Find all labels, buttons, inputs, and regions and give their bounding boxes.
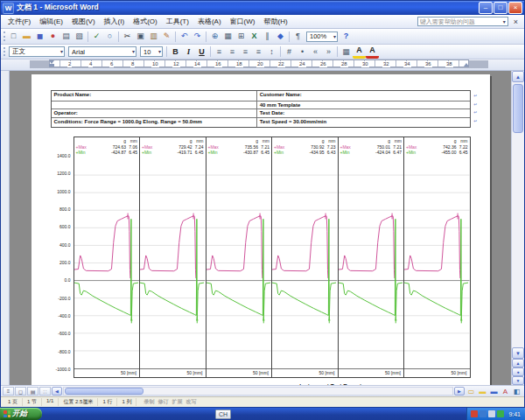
align-center-icon[interactable]: ≡ <box>226 46 239 58</box>
menu-format[interactable]: 格式(O) <box>129 16 162 27</box>
next-page-button[interactable]: ▼ <box>512 376 524 385</box>
status-toggle[interactable]: 改写 <box>186 398 196 406</box>
open-folder-icon[interactable]: ▬ <box>20 31 33 42</box>
new-document-icon[interactable]: □ <box>7 31 20 42</box>
document-close-button[interactable]: × <box>510 18 522 26</box>
cut-icon[interactable]: ✂ <box>121 31 134 42</box>
permission-icon[interactable]: ● <box>46 31 60 42</box>
insert-table-icon[interactable]: ⊞ <box>234 31 248 42</box>
italic-icon[interactable]: I <box>182 46 195 58</box>
insert-excel-icon[interactable]: X <box>248 31 261 42</box>
status-toggle[interactable]: 扩展 <box>172 398 182 406</box>
scroll-thumb[interactable] <box>513 84 523 133</box>
language-bar-button[interactable]: CH <box>215 410 231 419</box>
minimize-button[interactable]: – <box>479 2 493 14</box>
research-icon[interactable]: ○ <box>103 31 116 42</box>
zoom-combo[interactable]: 100%▾ <box>306 32 338 42</box>
print-icon[interactable]: ▤ <box>60 31 73 42</box>
document-area[interactable]: Product Name: Customer Name: 40 mm Templ… <box>10 71 511 385</box>
menu-insert[interactable]: 插入(I) <box>100 16 130 27</box>
menu-tools[interactable]: 工具(T) <box>162 16 193 27</box>
menu-edit[interactable]: 编辑(E) <box>35 16 67 27</box>
vertical-ruler[interactable] <box>1 71 10 385</box>
help-question-box[interactable]: 键入需要帮助的问题 ▾ <box>417 17 508 26</box>
maximize-button[interactable]: □ <box>494 2 508 14</box>
close-button[interactable]: × <box>508 2 522 14</box>
print-preview-icon[interactable]: ▧ <box>73 31 86 42</box>
increase-indent-icon[interactable]: » <box>322 46 335 58</box>
columns-icon[interactable]: ∥ <box>261 31 274 42</box>
menu-window[interactable]: 窗口(W) <box>226 16 260 27</box>
underline-icon[interactable]: U <box>195 46 208 58</box>
tables-borders-icon[interactable]: ▦ <box>221 31 234 42</box>
scroll-track[interactable] <box>512 82 524 347</box>
previous-page-button[interactable]: ▲ <box>512 359 524 368</box>
help-icon[interactable]: ? <box>340 31 353 42</box>
borders-icon[interactable]: ▦ <box>340 46 353 58</box>
horizontal-scroll-thumb[interactable] <box>65 388 144 395</box>
dropdown-arrow-icon[interactable]: ▾ <box>132 49 135 54</box>
line-color-icon[interactable]: ▬ <box>488 387 500 396</box>
start-button[interactable]: 开始 <box>0 408 42 420</box>
numbering-icon[interactable]: # <box>283 46 296 58</box>
web-layout-view-button[interactable]: ◻ <box>15 387 26 396</box>
scroll-down-button[interactable]: ▼ <box>512 347 524 359</box>
scroll-left-button[interactable]: ◀ <box>52 387 62 396</box>
undo-icon[interactable]: ↶ <box>178 31 191 42</box>
ruler-track[interactable]: 2468101214161820222426283032343638 <box>49 60 469 67</box>
align-left-icon[interactable]: ≡ <box>213 46 226 58</box>
save-icon[interactable]: ◼ <box>33 31 46 42</box>
vertical-scrollbar[interactable]: ▲ ▼ ▲ ● ▼ <box>511 71 524 385</box>
horizontal-scroll-track[interactable] <box>63 387 453 396</box>
menu-help[interactable]: 帮助(H) <box>259 16 291 27</box>
show-marks-icon[interactable]: ¶ <box>291 31 304 42</box>
left-indent-marker[interactable] <box>49 64 54 66</box>
dropdown-arrow-icon[interactable]: ▾ <box>333 34 336 39</box>
spelling-icon[interactable]: ✓ <box>90 31 103 42</box>
redo-icon[interactable]: ↷ <box>191 31 204 42</box>
dropdown-arrow-icon[interactable]: ▾ <box>60 49 63 54</box>
status-toggle[interactable]: 录制 <box>144 398 154 406</box>
scroll-right-button[interactable]: ▶ <box>454 387 465 396</box>
line-spacing-icon[interactable]: ↕ <box>265 46 278 58</box>
format-painter-icon[interactable]: ✎ <box>160 31 173 42</box>
decrease-indent-icon[interactable]: « <box>309 46 322 58</box>
network-tray-icon[interactable] <box>480 410 486 417</box>
font-size-combo[interactable]: 10▾ <box>140 46 163 57</box>
chart-svg <box>404 158 470 368</box>
outline-view-button[interactable]: ∷ <box>39 387 51 396</box>
3d-style-icon[interactable]: ◧ <box>511 387 522 396</box>
hyperlink-icon[interactable]: ⊕ <box>208 31 221 42</box>
justify-icon[interactable]: ≡ <box>252 46 265 58</box>
right-indent-marker[interactable] <box>464 63 469 66</box>
volume-tray-icon[interactable] <box>488 410 495 417</box>
bullets-icon[interactable]: • <box>296 46 309 58</box>
messenger-tray-icon[interactable] <box>497 410 504 417</box>
style-combo[interactable]: 正文▾ <box>9 46 65 57</box>
chart-panel: gmm+Max729.427.24+Min-419.716.4550 [mm] <box>139 137 206 377</box>
scroll-up-button[interactable]: ▲ <box>512 71 524 82</box>
bold-icon[interactable]: B <box>169 46 182 58</box>
align-right-icon[interactable]: ≡ <box>239 46 252 58</box>
paste-icon[interactable]: ▥ <box>147 31 160 42</box>
dropdown-arrow-icon[interactable]: ▾ <box>158 49 161 54</box>
normal-view-button[interactable]: ≡ <box>3 387 14 396</box>
antivirus-tray-icon[interactable] <box>471 410 478 417</box>
taskbar-clock[interactable]: 9:41 <box>508 411 521 417</box>
menu-file[interactable]: 文件(F) <box>4 16 35 27</box>
help-dropdown-icon[interactable]: ▾ <box>503 19 506 24</box>
autoshape-icon[interactable]: ▭ <box>466 387 477 396</box>
highlight-icon[interactable]: A <box>353 45 366 59</box>
status-toggle[interactable]: 修订 <box>158 398 168 406</box>
print-layout-view-button[interactable]: ▤ <box>27 387 38 396</box>
fill-color-icon[interactable]: ▬ <box>477 387 488 396</box>
font-combo[interactable]: Arial▾ <box>68 46 136 57</box>
drawing-icon[interactable]: ◆ <box>274 31 287 42</box>
copy-icon[interactable]: ▣ <box>134 31 147 42</box>
menu-table[interactable]: 表格(A) <box>193 16 226 27</box>
select-browse-object-button[interactable]: ● <box>512 368 524 376</box>
wordart-font-color-icon[interactable]: A <box>500 387 511 396</box>
word-window: W 文档 1 - Microsoft Word – □ × 文件(F)编辑(E)… <box>0 0 525 408</box>
menu-view[interactable]: 视图(V) <box>67 16 100 27</box>
font-color-icon[interactable]: A <box>366 45 379 59</box>
